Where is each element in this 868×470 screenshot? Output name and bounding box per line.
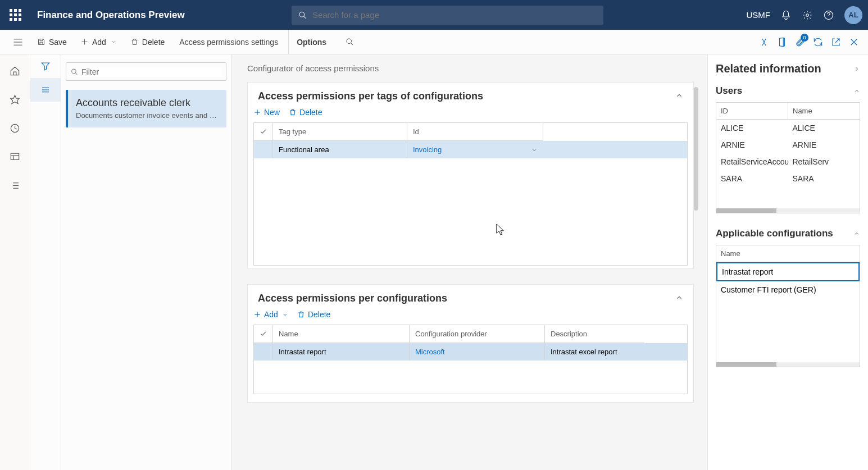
- cursor-icon: [496, 223, 506, 239]
- close-icon[interactable]: [849, 37, 859, 47]
- recent-icon[interactable]: [10, 123, 20, 136]
- add-button[interactable]: Add: [74, 30, 124, 54]
- plus-icon: [253, 311, 261, 318]
- col-description[interactable]: Description: [545, 325, 644, 343]
- gear-icon[interactable]: [802, 10, 813, 21]
- users-table: ID Name ALICEALICE ARNIEARNIE RetailServ…: [716, 102, 860, 213]
- tags-new-button[interactable]: New: [253, 108, 280, 117]
- tags-card-title: Access permissions per tags of configura…: [258, 90, 483, 102]
- svg-marker-24: [42, 63, 49, 70]
- list-filter-input[interactable]: [81, 67, 221, 76]
- svg-rect-15: [11, 153, 19, 159]
- hamburger-icon[interactable]: [6, 38, 30, 46]
- col-tag-type[interactable]: Tag type: [273, 123, 407, 141]
- tags-table: Tag type Id Functional area Invoicing: [253, 122, 688, 266]
- table-row[interactable]: ALICEALICE: [716, 120, 860, 136]
- cell-name[interactable]: Intrastat report: [273, 343, 410, 361]
- table-row[interactable]: Functional area Invoicing: [254, 141, 687, 158]
- search-icon: [71, 68, 78, 76]
- role-list-item[interactable]: Accounts receivable clerk Documents cust…: [66, 90, 226, 127]
- col-id[interactable]: Id: [407, 123, 543, 141]
- cfg-delete-button[interactable]: Delete: [297, 310, 330, 319]
- select-all-checkbox[interactable]: [254, 123, 273, 141]
- col-user-name[interactable]: Name: [788, 103, 860, 120]
- role-description: Documents customer invoice events and …: [76, 111, 219, 120]
- access-permissions-settings-button[interactable]: Access permissions settings: [171, 30, 286, 54]
- filter-icon[interactable]: [30, 54, 61, 78]
- col-provider[interactable]: Configuration provider: [410, 325, 545, 343]
- chevron-down-icon: [531, 147, 538, 153]
- page-heading: Configurator of access permissions: [247, 63, 694, 73]
- table-row[interactable]: Intrastat report Microsoft Intrastat exc…: [254, 343, 687, 361]
- save-button[interactable]: Save: [30, 30, 74, 54]
- cfg-add-button[interactable]: Add: [253, 310, 288, 319]
- trash-icon: [297, 311, 305, 318]
- table-row[interactable]: Intrastat report: [716, 262, 860, 281]
- avatar[interactable]: AL: [844, 6, 862, 24]
- attachments-badge: 0: [801, 34, 808, 42]
- company-label[interactable]: USMF: [747, 10, 771, 20]
- related-info-title: Related information: [716, 62, 821, 75]
- options-button[interactable]: Options: [288, 30, 334, 54]
- collapse-tags-icon[interactable]: [675, 92, 683, 102]
- cfg-card-title: Access permissions per configurations: [258, 293, 447, 304]
- table-row[interactable]: Customer FTI report (GER): [716, 281, 860, 298]
- save-icon: [37, 38, 46, 46]
- help-icon[interactable]: [823, 10, 834, 21]
- collapse-cfg-icon[interactable]: [853, 230, 860, 237]
- collapse-cfg-icon[interactable]: [675, 294, 683, 304]
- popout-icon[interactable]: [831, 37, 841, 47]
- global-search[interactable]: [292, 6, 603, 25]
- home-icon[interactable]: [10, 66, 20, 79]
- select-all-checkbox[interactable]: [254, 325, 273, 343]
- cell-provider[interactable]: Microsoft: [410, 343, 545, 361]
- trash-icon: [130, 38, 139, 46]
- app-launcher-icon[interactable]: [6, 9, 25, 21]
- copilot-icon[interactable]: [759, 37, 769, 47]
- applicable-cfg-title: Applicable configurations: [716, 228, 833, 239]
- cfg-table: Name Configuration provider Description …: [253, 325, 688, 394]
- col-user-id[interactable]: ID: [716, 103, 788, 120]
- chevron-down-icon: [282, 312, 288, 318]
- star-icon[interactable]: [10, 94, 20, 107]
- app-title: Finance and Operations Preview: [37, 10, 185, 21]
- col-cfg-name[interactable]: Name: [716, 245, 860, 262]
- refresh-icon[interactable]: [813, 37, 823, 47]
- svg-point-2: [806, 13, 809, 16]
- collapse-users-icon[interactable]: [853, 88, 860, 94]
- role-title: Accounts receivable clerk: [76, 97, 219, 109]
- col-name[interactable]: Name: [273, 325, 410, 343]
- scrollbar[interactable]: [716, 362, 860, 367]
- workspace-icon[interactable]: [10, 152, 20, 165]
- chevron-down-icon: [111, 39, 117, 45]
- cell-tag-type[interactable]: Functional area: [273, 141, 407, 158]
- svg-line-10: [351, 43, 353, 45]
- scrollbar[interactable]: [716, 208, 860, 213]
- action-search-icon[interactable]: [339, 30, 361, 54]
- office-icon[interactable]: [777, 37, 787, 47]
- applicable-cfg-table: Name Intrastat report Customer FTI repor…: [716, 245, 860, 367]
- trash-icon: [289, 108, 297, 116]
- chevron-right-icon[interactable]: [853, 66, 860, 72]
- search-input[interactable]: [312, 10, 597, 20]
- bell-icon[interactable]: [780, 10, 792, 21]
- tags-delete-button[interactable]: Delete: [289, 108, 322, 117]
- svg-point-9: [347, 39, 352, 44]
- users-section-title: Users: [716, 85, 742, 97]
- modules-icon[interactable]: [10, 180, 20, 193]
- attachments-icon[interactable]: 0: [795, 37, 805, 47]
- svg-line-1: [303, 16, 306, 18]
- list-view-icon[interactable]: [30, 78, 61, 102]
- table-row[interactable]: ARNIEARNIE: [716, 136, 860, 153]
- plus-icon: [80, 38, 89, 46]
- svg-point-0: [299, 12, 305, 17]
- list-filter[interactable]: [66, 62, 226, 81]
- delete-button[interactable]: Delete: [124, 30, 171, 54]
- search-icon: [298, 11, 307, 20]
- cell-id[interactable]: Invoicing: [407, 141, 543, 158]
- plus-icon: [253, 108, 261, 116]
- cfg-card: Access permissions per configurations Ad…: [247, 284, 694, 403]
- table-row[interactable]: RetailServiceAccountRetailServ: [716, 153, 860, 170]
- table-row[interactable]: SARASARA: [716, 170, 860, 187]
- cell-description[interactable]: Intrastat excel report: [545, 343, 644, 361]
